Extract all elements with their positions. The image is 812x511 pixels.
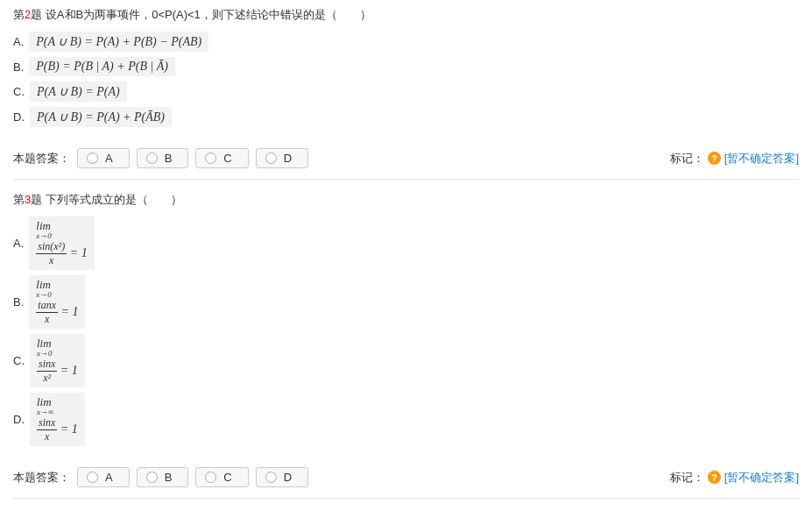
q-prefix: 第 — [13, 8, 25, 21]
choice-text: B — [165, 471, 173, 484]
choice-text: C — [223, 471, 231, 484]
radio-icon — [265, 153, 277, 164]
mark-label: 标记： — [670, 470, 704, 486]
mark-section: 标记： ? [暂不确定答案] — [670, 470, 799, 486]
option-letter: A. — [13, 35, 24, 48]
radio-icon — [265, 472, 277, 483]
choice-d-button[interactable]: D — [256, 467, 308, 487]
formula-image: limx→0 tanxx = 1 — [29, 275, 85, 329]
formula-image: limx→∞ sinxx = 1 — [30, 393, 85, 446]
choice-b-button[interactable]: B — [137, 148, 189, 168]
formula-image: limx→0 sin(x²)x = 1 — [29, 216, 94, 270]
radio-icon — [205, 153, 216, 164]
option-b: B. limx→0 tanxx = 1 — [13, 275, 799, 329]
help-icon[interactable]: ? — [708, 471, 721, 484]
choice-c-button[interactable]: C — [195, 467, 248, 487]
formula-image: limx→0 sinxx² = 1 — [30, 334, 85, 387]
choice-text: A — [105, 471, 113, 484]
choice-text: D — [284, 471, 292, 484]
q-stem: 设A和B为两事项件，0<P(A)<1，则下述结论中错误的是（ ） — [46, 8, 371, 21]
option-a: A. P(A ∪ B) = P(A) + P(B) − P(AB) — [13, 32, 799, 52]
option-c: C. P(A ∪ B) = P(A) — [13, 82, 799, 102]
unsure-link[interactable]: [暂不确定答案] — [724, 151, 799, 167]
answer-label: 本题答案： — [13, 470, 70, 486]
formula-image: P(A ∪ B) = P(A) + P(B) − P(AB) — [29, 32, 208, 52]
q-suffix: 题 — [31, 193, 42, 206]
radio-icon — [146, 472, 158, 483]
option-letter: B. — [13, 295, 24, 309]
question-title: 第3题 下列等式成立的是（ ） — [13, 192, 799, 208]
option-d: D. P(A ∪ B) = P(A) + P(ĀB) — [13, 107, 799, 127]
answer-bar-q3: 本题答案： A B C D 标记： ? [暂不确定答案] — [13, 462, 799, 499]
option-a: A. limx→0 sin(x²)x = 1 — [13, 216, 799, 270]
option-d: D. limx→∞ sinxx = 1 — [13, 393, 799, 446]
q-stem: 下列等式成立的是（ ） — [46, 193, 182, 206]
choice-d-button[interactable]: D — [256, 148, 308, 168]
answer-left: 本题答案： A B C D — [13, 467, 308, 487]
answer-bar-q2: 本题答案： A B C D 标记： ? [暂不确定答案] — [13, 143, 799, 180]
formula-image: P(B) = P(B | A) + P(B | Ā) — [29, 57, 175, 76]
radio-icon — [146, 153, 158, 164]
option-letter: A. — [13, 237, 24, 250]
formula-image: P(A ∪ B) = P(A) — [30, 82, 127, 102]
option-letter: B. — [13, 60, 24, 74]
q-suffix: 题 — [31, 8, 42, 21]
question-2: 第2题 设A和B为两事项件，0<P(A)<1，则下述结论中错误的是（ ） A. … — [13, 7, 799, 127]
choice-text: B — [165, 152, 173, 165]
question-title: 第2题 设A和B为两事项件，0<P(A)<1，则下述结论中错误的是（ ） — [13, 7, 799, 23]
unsure-link[interactable]: [暂不确定答案] — [724, 470, 799, 486]
answer-left: 本题答案： A B C D — [13, 148, 308, 168]
radio-icon — [205, 472, 216, 483]
option-letter: C. — [13, 354, 25, 367]
q-prefix: 第 — [13, 193, 25, 206]
answer-label: 本题答案： — [13, 151, 70, 167]
choice-text: C — [223, 152, 231, 165]
help-icon[interactable]: ? — [708, 152, 721, 165]
radio-icon — [87, 153, 98, 164]
question-3: 第3题 下列等式成立的是（ ） A. limx→0 sin(x²)x = 1 B… — [13, 192, 799, 446]
option-c: C. limx→0 sinxx² = 1 — [13, 334, 799, 387]
option-letter: D. — [13, 110, 25, 124]
option-letter: C. — [13, 85, 25, 98]
radio-icon — [87, 472, 98, 483]
mark-section: 标记： ? [暂不确定答案] — [670, 151, 799, 167]
choice-a-button[interactable]: A — [77, 467, 130, 487]
formula-image: P(A ∪ B) = P(A) + P(ĀB) — [30, 107, 172, 127]
choice-c-button[interactable]: C — [195, 148, 248, 168]
option-letter: D. — [13, 413, 25, 426]
choice-a-button[interactable]: A — [77, 148, 130, 168]
mark-label: 标记： — [670, 151, 704, 167]
option-b: B. P(B) = P(B | A) + P(B | Ā) — [13, 57, 799, 76]
choice-b-button[interactable]: B — [137, 467, 189, 487]
choice-text: A — [105, 152, 113, 165]
choice-text: D — [284, 152, 292, 165]
